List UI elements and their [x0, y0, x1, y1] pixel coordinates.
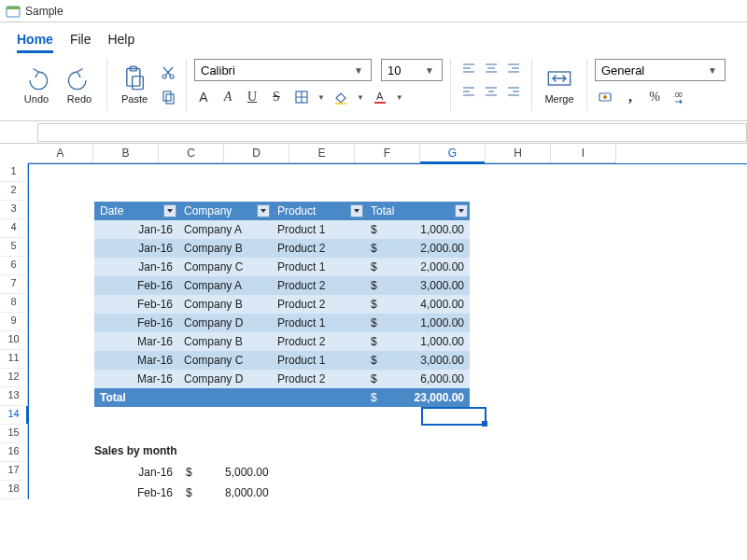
increase-decimal-button[interactable]: .00 — [669, 87, 690, 107]
chevron-down-icon[interactable]: ▼ — [396, 93, 403, 102]
currency-button[interactable] — [595, 87, 615, 107]
row-header[interactable]: 8 — [0, 294, 28, 313]
row-header[interactable]: 2 — [0, 182, 28, 201]
ribbon: Undo Redo Paste ▼ — [0, 53, 747, 121]
table-header[interactable]: Company — [178, 202, 272, 220]
align-center-button[interactable] — [481, 81, 501, 102]
fill-color-button[interactable] — [331, 87, 351, 107]
paste-button[interactable]: Paste — [115, 59, 154, 111]
row-header[interactable]: 18 — [0, 481, 28, 499]
strikethrough-button[interactable]: S — [267, 88, 286, 106]
table-row[interactable]: Jan-16Company CProduct 1$2,000.00 — [94, 258, 470, 276]
cell-cursor — [421, 407, 486, 426]
table-header[interactable]: Total — [365, 202, 470, 220]
column-header[interactable]: G — [420, 144, 486, 163]
row-header[interactable]: 11 — [0, 350, 28, 369]
formula-input[interactable] — [37, 123, 747, 142]
italic-button[interactable]: A — [218, 88, 237, 106]
svg-rect-7 — [163, 91, 171, 101]
column-header[interactable]: B — [93, 144, 159, 163]
sales-title: Sales by month — [94, 444, 276, 457]
sales-row[interactable]: Jan-16$5,000.00 — [96, 463, 275, 482]
row-header[interactable]: 5 — [0, 238, 28, 257]
chevron-down-icon[interactable]: ▼ — [704, 65, 721, 76]
number-format-combo[interactable]: ▼ — [595, 59, 726, 81]
font-size-combo[interactable]: ▼ — [381, 59, 443, 81]
sales-summary: Sales by month Jan-16$5,000.00Feb-16$8,0… — [94, 444, 276, 504]
merge-button[interactable]: Merge — [540, 59, 579, 111]
tab-help[interactable]: Help — [107, 28, 134, 53]
column-header[interactable]: E — [289, 144, 355, 163]
font-name-combo[interactable]: ▼ — [194, 59, 372, 81]
row-header[interactable]: 3 — [0, 201, 28, 219]
number-format-input[interactable] — [596, 60, 704, 80]
font-size-input[interactable] — [382, 60, 421, 80]
redo-button[interactable]: Redo — [60, 59, 99, 111]
row-header[interactable]: 1 — [0, 163, 28, 182]
svg-rect-12 — [374, 102, 386, 104]
row-header[interactable]: 4 — [0, 219, 28, 238]
table-header[interactable]: Product — [272, 202, 365, 220]
table-row[interactable]: Jan-16Company AProduct 1$1,000.00 — [94, 220, 470, 239]
filter-dropdown-icon[interactable] — [350, 204, 363, 217]
row-header[interactable]: 7 — [0, 275, 28, 294]
grid-body: 123456789101112131415161718 DateCompanyP… — [0, 163, 747, 499]
chevron-down-icon[interactable]: ▼ — [350, 65, 367, 76]
align-right-button[interactable] — [503, 81, 524, 102]
font-color-button[interactable]: A — [370, 87, 390, 107]
row-header[interactable]: 17 — [0, 462, 28, 481]
table-row[interactable]: Feb-16Company BProduct 2$4,000.00 — [94, 295, 470, 314]
chevron-down-icon[interactable]: ▼ — [357, 93, 364, 102]
table-row[interactable]: Jan-16Company BProduct 2$2,000.00 — [94, 239, 470, 258]
font-name-input[interactable] — [195, 60, 350, 80]
borders-button[interactable] — [291, 87, 312, 107]
column-header[interactable]: A — [28, 144, 93, 163]
column-header[interactable]: H — [486, 144, 551, 163]
row-header[interactable]: 12 — [0, 369, 28, 387]
table-row[interactable]: Mar-16Company BProduct 2$1,000.00 — [94, 332, 470, 351]
comma-style-button[interactable]: , — [621, 88, 640, 106]
table-row[interactable]: Mar-16Company DProduct 2$6,000.00 — [94, 370, 470, 388]
filter-dropdown-icon[interactable] — [163, 204, 176, 217]
chevron-down-icon[interactable]: ▼ — [421, 65, 438, 76]
column-header[interactable]: I — [551, 144, 616, 163]
underline-button[interactable]: U — [243, 88, 261, 106]
table-row[interactable]: Feb-16Company DProduct 1$1,000.00 — [94, 314, 470, 332]
menu-bar: Home File Help — [0, 22, 747, 53]
title-bar: Sample — [0, 0, 747, 22]
align-left-button[interactable] — [458, 81, 479, 102]
row-header[interactable]: 10 — [0, 331, 28, 350]
app-icon — [6, 4, 21, 19]
row-headers: 123456789101112131415161718 — [0, 163, 28, 499]
svg-rect-4 — [133, 77, 144, 90]
row-header[interactable]: 14 — [0, 406, 28, 425]
svg-point-15 — [603, 95, 607, 99]
tab-file[interactable]: File — [70, 28, 92, 53]
sales-row[interactable]: Feb-16$8,000.00 — [96, 483, 275, 502]
row-header[interactable]: 9 — [0, 313, 28, 331]
row-header[interactable]: 16 — [0, 443, 28, 462]
table-row[interactable]: Mar-16Company CProduct 1$3,000.00 — [94, 351, 470, 370]
column-header[interactable]: F — [355, 144, 420, 163]
chevron-down-icon[interactable]: ▼ — [317, 93, 325, 102]
undo-button[interactable]: Undo — [17, 59, 56, 111]
align-top-left-button[interactable] — [458, 59, 479, 79]
row-header[interactable]: 6 — [0, 257, 28, 275]
cells-area[interactable]: DateCompanyProductTotal Jan-16Company AP… — [28, 163, 747, 499]
svg-rect-8 — [166, 94, 174, 104]
filter-dropdown-icon[interactable] — [455, 204, 468, 217]
bold-button[interactable]: A — [194, 88, 213, 106]
column-header[interactable]: D — [224, 144, 289, 163]
table-row[interactable]: Feb-16Company AProduct 2$3,000.00 — [94, 276, 470, 295]
row-header[interactable]: 13 — [0, 387, 28, 406]
tab-home[interactable]: Home — [17, 28, 53, 53]
copy-button[interactable] — [158, 87, 178, 107]
cut-button[interactable] — [158, 63, 178, 83]
column-header[interactable]: C — [159, 144, 224, 163]
filter-dropdown-icon[interactable] — [257, 204, 270, 217]
align-top-right-button[interactable] — [503, 59, 524, 79]
percent-style-button[interactable]: % — [645, 88, 664, 106]
table-header[interactable]: Date — [94, 202, 178, 220]
row-header[interactable]: 15 — [0, 425, 28, 443]
align-top-center-button[interactable] — [481, 59, 501, 79]
